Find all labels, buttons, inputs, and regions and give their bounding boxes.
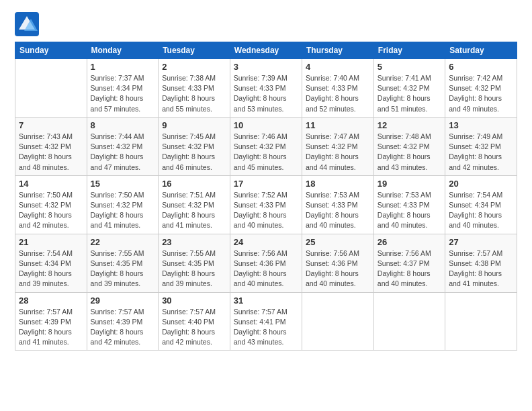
calendar-cell: 17Sunrise: 7:52 AMSunset: 4:33 PMDayligh… [230,175,302,234]
calendar-cell: 13Sunrise: 7:49 AMSunset: 4:32 PMDayligh… [445,117,517,175]
calendar-cell: 8Sunrise: 7:44 AMSunset: 4:32 PMDaylight… [87,117,159,175]
calendar-cell: 19Sunrise: 7:53 AMSunset: 4:33 PMDayligh… [373,175,445,234]
weekday-header-tuesday: Tuesday [159,42,230,59]
logo [15,12,42,36]
day-number: 23 [162,237,226,247]
day-detail: Sunrise: 7:38 AMSunset: 4:33 PMDaylight:… [162,73,226,114]
calendar-cell: 15Sunrise: 7:50 AMSunset: 4:32 PMDayligh… [87,175,159,234]
calendar-cell [373,292,445,351]
day-detail: Sunrise: 7:57 AMSunset: 4:39 PMDaylight:… [91,307,155,348]
calendar-cell: 25Sunrise: 7:56 AMSunset: 4:36 PMDayligh… [302,234,373,292]
day-number: 28 [19,295,83,306]
calendar-cell: 22Sunrise: 7:55 AMSunset: 4:35 PMDayligh… [87,234,159,292]
calendar-cell: 31Sunrise: 7:57 AMSunset: 4:41 PMDayligh… [230,292,302,351]
day-number: 9 [162,120,226,130]
day-number: 24 [234,237,298,247]
header [15,12,517,36]
day-number: 26 [378,237,441,247]
calendar-cell: 14Sunrise: 7:50 AMSunset: 4:32 PMDayligh… [15,175,87,234]
day-detail: Sunrise: 7:53 AMSunset: 4:33 PMDaylight:… [306,190,370,231]
day-number: 14 [19,179,83,189]
day-detail: Sunrise: 7:56 AMSunset: 4:36 PMDaylight:… [234,248,298,289]
day-number: 3 [234,62,298,72]
day-detail: Sunrise: 7:41 AMSunset: 4:32 PMDaylight:… [378,73,441,114]
calendar-cell: 10Sunrise: 7:46 AMSunset: 4:32 PMDayligh… [230,117,302,175]
calendar-cell: 2Sunrise: 7:38 AMSunset: 4:33 PMDaylight… [159,59,230,118]
day-detail: Sunrise: 7:49 AMSunset: 4:32 PMDaylight:… [449,132,513,173]
weekday-header-sunday: Sunday [15,42,87,59]
day-detail: Sunrise: 7:40 AMSunset: 4:33 PMDaylight:… [306,73,370,114]
day-detail: Sunrise: 7:56 AMSunset: 4:37 PMDaylight:… [378,248,441,289]
calendar-cell: 29Sunrise: 7:57 AMSunset: 4:39 PMDayligh… [87,292,159,351]
calendar-cell: 28Sunrise: 7:57 AMSunset: 4:39 PMDayligh… [15,292,87,351]
calendar-cell: 3Sunrise: 7:39 AMSunset: 4:33 PMDaylight… [230,59,302,118]
day-detail: Sunrise: 7:47 AMSunset: 4:32 PMDaylight:… [306,132,370,173]
day-detail: Sunrise: 7:57 AMSunset: 4:38 PMDaylight:… [449,248,513,289]
day-detail: Sunrise: 7:52 AMSunset: 4:33 PMDaylight:… [234,190,298,231]
day-detail: Sunrise: 7:56 AMSunset: 4:36 PMDaylight:… [306,248,370,289]
day-detail: Sunrise: 7:57 AMSunset: 4:40 PMDaylight:… [162,307,226,348]
day-detail: Sunrise: 7:50 AMSunset: 4:32 PMDaylight:… [19,190,83,231]
day-detail: Sunrise: 7:46 AMSunset: 4:32 PMDaylight:… [234,132,298,173]
day-detail: Sunrise: 7:53 AMSunset: 4:33 PMDaylight:… [378,190,441,231]
weekday-header-saturday: Saturday [445,42,517,59]
day-number: 19 [378,179,441,189]
calendar-cell: 16Sunrise: 7:51 AMSunset: 4:32 PMDayligh… [159,175,230,234]
weekday-header-monday: Monday [87,42,159,59]
day-detail: Sunrise: 7:54 AMSunset: 4:34 PMDaylight:… [449,190,513,231]
weekday-header-friday: Friday [373,42,445,59]
calendar-cell [445,292,517,351]
calendar-cell: 20Sunrise: 7:54 AMSunset: 4:34 PMDayligh… [445,175,517,234]
day-number: 22 [91,237,155,247]
day-detail: Sunrise: 7:44 AMSunset: 4:32 PMDaylight:… [91,132,155,173]
day-detail: Sunrise: 7:55 AMSunset: 4:35 PMDaylight:… [162,248,226,289]
day-detail: Sunrise: 7:51 AMSunset: 4:32 PMDaylight:… [162,190,226,231]
day-detail: Sunrise: 7:57 AMSunset: 4:39 PMDaylight:… [19,307,83,348]
calendar-cell: 7Sunrise: 7:43 AMSunset: 4:32 PMDaylight… [15,117,87,175]
weekday-header-thursday: Thursday [302,42,373,59]
calendar-body: 1Sunrise: 7:37 AMSunset: 4:34 PMDaylight… [15,59,517,351]
day-number: 17 [234,179,298,189]
weekday-header-row: SundayMondayTuesdayWednesdayThursdayFrid… [15,42,517,59]
calendar-header: SundayMondayTuesdayWednesdayThursdayFrid… [15,42,517,59]
day-number: 13 [449,120,513,130]
calendar-cell: 1Sunrise: 7:37 AMSunset: 4:34 PMDaylight… [87,59,159,118]
weekday-header-wednesday: Wednesday [230,42,302,59]
day-detail: Sunrise: 7:37 AMSunset: 4:34 PMDaylight:… [91,73,155,114]
day-number: 10 [234,120,298,130]
week-row-2: 14Sunrise: 7:50 AMSunset: 4:32 PMDayligh… [15,175,517,234]
calendar-cell: 30Sunrise: 7:57 AMSunset: 4:40 PMDayligh… [159,292,230,351]
day-number: 31 [234,295,298,306]
day-number: 25 [306,237,370,247]
day-number: 18 [306,179,370,189]
logo-icon [15,12,39,36]
calendar-cell: 23Sunrise: 7:55 AMSunset: 4:35 PMDayligh… [159,234,230,292]
day-detail: Sunrise: 7:39 AMSunset: 4:33 PMDaylight:… [234,73,298,114]
day-number: 16 [162,179,226,189]
calendar-cell: 11Sunrise: 7:47 AMSunset: 4:32 PMDayligh… [302,117,373,175]
week-row-3: 21Sunrise: 7:54 AMSunset: 4:34 PMDayligh… [15,234,517,292]
day-number: 5 [378,62,441,72]
calendar-cell: 12Sunrise: 7:48 AMSunset: 4:32 PMDayligh… [373,117,445,175]
day-number: 12 [378,120,441,130]
calendar-cell: 21Sunrise: 7:54 AMSunset: 4:34 PMDayligh… [15,234,87,292]
day-detail: Sunrise: 7:54 AMSunset: 4:34 PMDaylight:… [19,248,83,289]
calendar: SundayMondayTuesdayWednesdayThursdayFrid… [15,42,517,351]
day-number: 7 [19,120,83,130]
calendar-cell: 9Sunrise: 7:45 AMSunset: 4:32 PMDaylight… [159,117,230,175]
day-number: 1 [91,62,155,72]
day-number: 8 [91,120,155,130]
calendar-cell [15,59,87,118]
page: SundayMondayTuesdayWednesdayThursdayFrid… [0,0,532,411]
week-row-0: 1Sunrise: 7:37 AMSunset: 4:34 PMDaylight… [15,59,517,118]
day-detail: Sunrise: 7:57 AMSunset: 4:41 PMDaylight:… [234,307,298,348]
day-number: 20 [449,179,513,189]
day-number: 2 [162,62,226,72]
week-row-4: 28Sunrise: 7:57 AMSunset: 4:39 PMDayligh… [15,292,517,351]
calendar-cell: 18Sunrise: 7:53 AMSunset: 4:33 PMDayligh… [302,175,373,234]
day-number: 11 [306,120,370,130]
calendar-cell: 27Sunrise: 7:57 AMSunset: 4:38 PMDayligh… [445,234,517,292]
calendar-cell: 5Sunrise: 7:41 AMSunset: 4:32 PMDaylight… [373,59,445,118]
day-number: 30 [162,295,226,306]
day-detail: Sunrise: 7:42 AMSunset: 4:32 PMDaylight:… [449,73,513,114]
